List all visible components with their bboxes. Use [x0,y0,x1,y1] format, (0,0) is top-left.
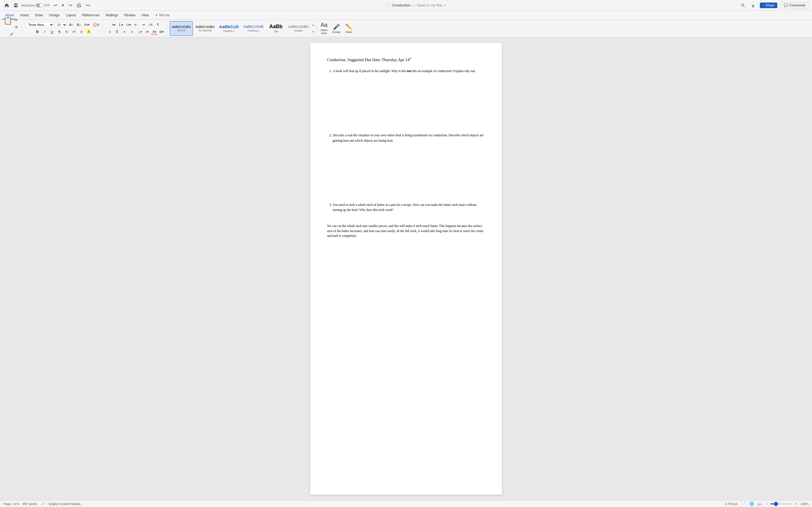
comments-button[interactable]: 💬 Comments [781,2,809,8]
style-heading1[interactable]: AaBbCcD Heading 1 [217,21,241,36]
search-icon [741,3,745,8]
connectivity-button[interactable] [750,3,756,8]
zoom-out-button[interactable]: − [765,501,769,506]
subscript-button[interactable]: X₂ [63,29,70,35]
autosave-toggle[interactable]: AutoSave OFF [21,3,50,7]
clear-format-button[interactable]: 🚫A [92,22,100,28]
undo-icon: ↩ [54,3,57,8]
more-tools-button[interactable]: ••• [85,3,92,8]
tab-design[interactable]: Design [46,12,62,19]
style-no-spacing-preview: AaBbCcDdEe [195,25,214,29]
svg-line-7 [744,6,745,7]
zoom-slider[interactable] [770,503,793,504]
svg-point-6 [742,4,744,6]
status-bar: Page 1 of 6 997 words ✓ English (United … [0,500,812,507]
dictate-button[interactable]: 🎤 Dictate [331,22,342,35]
connectivity-icon [751,3,755,8]
align-center-button[interactable]: ☰ [114,29,120,35]
multilevel-list-button[interactable]: ⁞≡▾ [125,22,132,28]
change-case-button[interactable]: Aa▾ [83,22,91,28]
increase-font-button[interactable]: A↑ [68,22,75,28]
question-2-text: Describe a real-life situation of your o… [333,133,484,142]
justify-button[interactable]: ≡ [128,29,135,35]
dictate-label: Dictate [333,31,340,34]
paragraph-group: ≡▾ 1.▾ ⁞≡▾ ⇤ ⇥ ↕A ¶ ≡ ☰ ≡ ≡ ⎿▾ ↕▾ A▾ ⊞▾ [104,22,167,35]
svg-rect-1 [15,4,17,5]
share-label: Share [765,3,774,7]
strikethrough-button[interactable]: S [56,29,63,35]
paste-button[interactable]: 📋 [3,16,12,25]
undo-button[interactable]: ↩ [52,2,58,8]
cut-button[interactable]: ✂ [13,17,20,24]
style-heading2[interactable]: AaBbCcDdE Heading 2 [241,21,266,36]
undo-dropdown[interactable]: ▾ [61,2,65,8]
bullets-button[interactable]: ≡▾ [110,22,117,28]
italic-button[interactable]: I [42,29,48,35]
underline-button[interactable]: U [49,29,56,35]
style-no-spacing[interactable]: AaBbCcDdEe No Spacing [193,21,216,36]
align-right-button[interactable]: ≡ [121,29,128,35]
toolbar: 📋 ✂ ⧉ 🖌 Paste Times New... 12 A↑ A↓ Aa▾ [0,20,812,37]
style-normal[interactable]: AaBbCcDdEe Normal [170,21,193,36]
copy-button[interactable]: ⧉ [13,24,20,30]
proofing-button[interactable]: ✓ [40,501,45,506]
font-family-select[interactable]: Times New... [26,22,54,27]
save-button[interactable] [12,3,19,8]
font-color-button[interactable]: A [78,29,85,35]
gallery-up-button[interactable]: ▲ [311,21,315,28]
font-size-select[interactable]: 12 [55,22,67,27]
doc-page[interactable]: Conduction. Suggested Due Date: Thursday… [310,43,502,495]
toggle-switch[interactable] [36,3,43,7]
print-icon [77,3,81,8]
style-heading2-label: Heading 2 [248,29,259,32]
toggle-dot [40,4,43,7]
redo-button[interactable]: ↪ [67,2,73,8]
highlight-button[interactable]: A [86,29,92,35]
format-painter-button[interactable]: 🖌 [3,31,20,37]
tab-references[interactable]: References [79,12,102,19]
status-left: Page 1 of 6 997 words ✓ English (United … [3,501,81,506]
tab-layout[interactable]: Layout [63,12,79,19]
web-layout-button[interactable]: 🌐 [749,501,755,506]
gallery-down-button[interactable]: ▼ [311,29,315,35]
borders-button[interactable]: ⊞▾ [158,29,165,35]
style-normal-label: Normal [177,29,186,32]
editor-button[interactable]: ✏️ Editor [343,22,354,35]
superscript-button[interactable]: X² [71,29,78,35]
numbering-button[interactable]: 1.▾ [117,22,124,28]
shading-button[interactable]: A▾ [151,29,158,35]
tab-review[interactable]: Review [121,12,138,19]
home-button[interactable] [3,3,10,8]
print-button[interactable] [75,3,82,8]
search-button[interactable] [740,3,746,8]
focus-button[interactable]: ⊙ Focus [724,501,739,506]
style-title[interactable]: AaBb Title [266,21,285,36]
print-layout-button[interactable]: 📄 [741,501,747,506]
style-title-label: Title [273,30,278,33]
bold-button[interactable]: B [34,29,41,35]
read-mode-button[interactable]: 📖 [757,501,762,506]
zoom-control: − + 109% [765,501,809,506]
decrease-font-button[interactable]: A↓ [75,22,82,28]
tab-draw[interactable]: Draw [32,12,46,19]
share-button[interactable]: ↑ Share [760,3,777,8]
line-spacing-button[interactable]: ↕▾ [144,29,150,35]
decrease-indent-button[interactable]: ⇤ [133,22,139,28]
increase-indent-button[interactable]: ⇥ [140,22,147,28]
show-formatting-button[interactable]: ¶ [154,22,161,28]
question-2: Describe a real-life situation of your o… [333,133,485,143]
strikethrough-icon: S [58,30,61,34]
location-dropdown[interactable]: ▾ [444,4,446,7]
zoom-in-button[interactable]: + [794,501,798,506]
style-subtitle[interactable]: AaBbCcDdEe Subtitle [286,21,311,36]
tab-tell-me[interactable]: ✦ Tell me [152,12,172,19]
save-icon [13,3,18,8]
align-left-button[interactable]: ≡ [106,29,113,35]
autosave-label: AutoSave [21,4,35,7]
sort-button[interactable]: ↕A [147,22,154,28]
doc-location: — Saved to my Mac [412,3,443,7]
styles-pane-button[interactable]: Aa StylesPane [318,22,329,35]
tab-mailings[interactable]: Mailings [103,12,121,19]
columns-button[interactable]: ⎿▾ [136,29,143,35]
tab-view[interactable]: View [139,12,152,19]
